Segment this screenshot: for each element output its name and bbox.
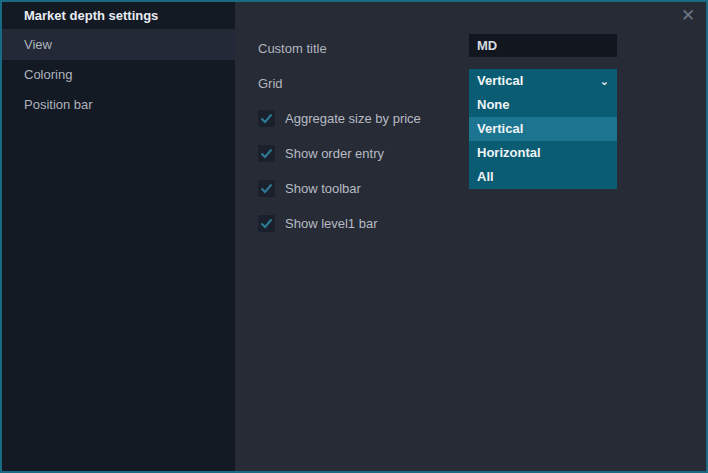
grid-label: Grid <box>258 76 283 91</box>
grid-option-horizontal[interactable]: Horizontal <box>469 141 617 165</box>
settings-sidebar: Market depth settings ViewColoringPositi… <box>2 2 235 471</box>
grid-dropdown-list: NoneVerticalHorizontalAll <box>469 93 617 189</box>
grid-select[interactable]: Vertical ⌄ <box>469 69 617 93</box>
checkbox-label: Show level1 bar <box>285 215 378 232</box>
checkbox-checked-icon[interactable] <box>258 145 275 162</box>
market-depth-settings-dialog: Market depth settings ViewColoringPositi… <box>0 0 708 473</box>
checkbox-checked-icon[interactable] <box>258 180 275 197</box>
sidebar-nav: ViewColoringPosition bar <box>2 30 235 120</box>
chevron-down-icon: ⌄ <box>600 69 609 93</box>
sidebar-item-position-bar[interactable]: Position bar <box>2 90 235 120</box>
sidebar-item-coloring[interactable]: Coloring <box>2 60 235 90</box>
checkbox-label: Show toolbar <box>285 180 361 197</box>
grid-option-none[interactable]: None <box>469 93 617 117</box>
close-icon[interactable]: ✕ <box>678 6 698 26</box>
custom-title-input[interactable] <box>469 34 617 57</box>
checkbox-checked-icon[interactable] <box>258 110 275 127</box>
grid-option-all[interactable]: All <box>469 165 617 189</box>
settings-panel: ✕ Custom title Grid Vertical ⌄ NoneVerti… <box>235 2 706 471</box>
dialog-title: Market depth settings <box>2 2 235 30</box>
grid-option-vertical[interactable]: Vertical <box>469 117 617 141</box>
checkbox-checked-icon[interactable] <box>258 215 275 232</box>
grid-select-value: Vertical <box>477 73 523 88</box>
checkbox-label: Show order entry <box>285 145 384 162</box>
custom-title-label: Custom title <box>258 41 327 56</box>
sidebar-item-view[interactable]: View <box>2 30 235 60</box>
checkbox-label: Aggregate size by price <box>285 110 421 127</box>
